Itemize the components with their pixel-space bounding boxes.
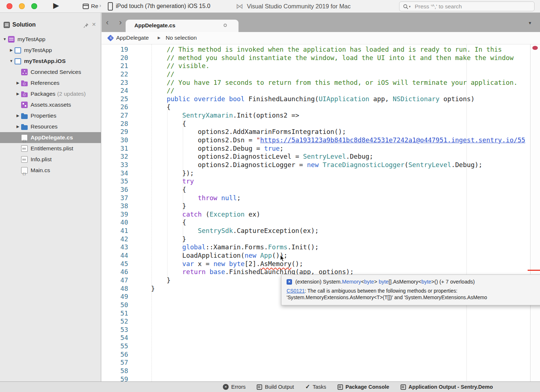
chevron-right-icon[interactable]: ▶ xyxy=(15,88,21,99)
code-line[interactable]: 54 xyxy=(102,334,530,342)
bottom-tab-errors[interactable]: ✕Errors xyxy=(223,384,245,390)
editor-scrollbar[interactable] xyxy=(530,44,540,381)
breadcrumb-selection[interactable]: No selection xyxy=(166,35,197,41)
code-text: options2.AddXamarinFormsIntegration(); xyxy=(135,128,346,136)
doc-icon xyxy=(257,384,262,390)
sidebar-item-connected-services[interactable]: Connected Services xyxy=(0,67,101,78)
code-line[interactable]: 42 } xyxy=(102,235,530,243)
code-line[interactable]: 31 options2.Debug = true; xyxy=(102,144,530,153)
code-line[interactable]: 56 xyxy=(102,351,530,359)
sidebar-item-info-plist[interactable]: Info.plist xyxy=(0,154,101,165)
code-line[interactable]: 26 { xyxy=(102,103,530,111)
code-line[interactable]: 27 SentryXamarin.Init(options2 => xyxy=(102,111,530,120)
code-line[interactable]: 29 options2.AddXamarinFormsIntegration()… xyxy=(102,128,530,136)
code-line[interactable]: 43 global::Xamarin.Forms.Forms.Init(); xyxy=(102,243,530,252)
code-line[interactable]: 36 { xyxy=(102,186,530,194)
line-number: 37 xyxy=(102,194,128,202)
close-icon[interactable]: ✕ xyxy=(92,21,96,27)
code-line[interactable]: 33 options2.DiagnosticLogger = new Trace… xyxy=(102,161,530,169)
line-number: 41 xyxy=(102,227,128,235)
sidebar-item-label: Info.plist xyxy=(31,154,52,165)
plist-icon xyxy=(21,145,28,152)
chevron-right-icon[interactable]: ▶ xyxy=(15,110,21,121)
code-line[interactable]: 51 xyxy=(102,309,530,318)
sidebar-item-packages[interactable]: ▶Packages(2 updates) xyxy=(0,88,101,99)
run-button[interactable]: ▶ xyxy=(53,1,59,10)
sidebar-item-label: Packages xyxy=(31,88,55,99)
configuration-selector[interactable]: Re xyxy=(91,3,98,9)
bottom-tab-package-console[interactable]: Package Console xyxy=(338,384,389,390)
code-line[interactable]: 30 options2.Dsn = "https://5a193123a9b84… xyxy=(102,136,530,144)
code-line[interactable]: 55 xyxy=(102,342,530,351)
sidebar-item-assets-xcassets[interactable]: Assets.xcassets xyxy=(0,99,101,110)
sidebar-item-mytestapp[interactable]: ▶myTestApp xyxy=(0,45,101,56)
device-selector[interactable]: iPod touch (7th generation) iOS 15.0 xyxy=(116,3,210,9)
tooltip-message: : The call is ambiguous between the foll… xyxy=(305,288,457,294)
code-line[interactable]: 24 // xyxy=(102,87,530,95)
code-line[interactable]: 28 { xyxy=(102,120,530,128)
sidebar-item-entitlements-plist[interactable]: Entitlements.plist xyxy=(0,143,101,154)
code-line[interactable]: 20 // method you should instantiate the … xyxy=(102,54,530,62)
bottom-tab-label: Build Output xyxy=(265,384,294,390)
code-line[interactable]: 41 SentrySdk.CaptureException(ex); xyxy=(102,227,530,235)
code-line[interactable]: 53 xyxy=(102,326,530,334)
chevron-down-icon[interactable]: ▼ xyxy=(1,34,8,45)
sidebar-item-appdelegate-cs[interactable]: AppDelegate.cs xyxy=(0,132,101,143)
breadcrumb-class[interactable]: AppDelegate xyxy=(116,35,149,41)
sln-icon xyxy=(8,36,15,43)
code-line[interactable]: 23 // You have 17 seconds to return from… xyxy=(102,79,530,87)
code-line[interactable]: 25 public override bool FinishedLaunchin… xyxy=(102,95,530,103)
chevron-right-icon[interactable]: ▶ xyxy=(8,45,15,56)
code-text: // You have 17 seconds to return from th… xyxy=(135,79,517,87)
code-text: { xyxy=(135,186,186,194)
error-position-marker[interactable] xyxy=(528,270,540,271)
code-line[interactable]: 37 throw null; xyxy=(102,194,530,202)
code-line[interactable]: 52 xyxy=(102,317,530,326)
code-line[interactable]: 59 xyxy=(102,375,530,381)
zoom-window-button[interactable] xyxy=(31,3,37,9)
sidebar-item-mytestapp[interactable]: ▼myTestApp xyxy=(0,34,101,45)
sidebar-item-references[interactable]: ▶References xyxy=(0,78,101,88)
code-line[interactable]: 35 try xyxy=(102,177,530,186)
code-line[interactable]: 40 { xyxy=(102,218,530,227)
code-line[interactable]: 22 // xyxy=(102,70,530,79)
sidebar-item-main-cs[interactable]: Main.cs xyxy=(0,165,101,176)
sidebar-item-properties[interactable]: ▶Properties xyxy=(0,110,101,121)
chevron-down-icon: ▾ xyxy=(409,5,411,8)
code-line[interactable]: 21 // visible. xyxy=(102,62,530,70)
code-line[interactable]: 45 var x = new byte[2].AsMemory(); xyxy=(102,260,530,268)
code-line[interactable]: 39 catch (Exception ex) xyxy=(102,210,530,219)
code-line[interactable]: 32 options2.DiagnosticLevel = SentryLeve… xyxy=(102,153,530,161)
code-line[interactable]: 57 xyxy=(102,359,530,367)
bottom-tab-tasks[interactable]: ✓Tasks xyxy=(305,384,326,390)
code-line[interactable]: 44 LoadApplication(new App()); xyxy=(102,252,530,260)
tab-list-dropdown[interactable]: ▼ xyxy=(528,21,532,25)
proj-icon xyxy=(15,47,21,54)
close-window-button[interactable] xyxy=(7,3,12,9)
line-number: 32 xyxy=(102,153,128,161)
search-input[interactable]: ▾ Press '^,' to search xyxy=(399,1,535,11)
code-line[interactable]: 19 // This method is invoked when the ap… xyxy=(102,45,530,54)
code-editor[interactable]: 19 // This method is invoked when the ap… xyxy=(102,44,530,381)
chevron-right-icon[interactable]: ▶ xyxy=(15,121,21,132)
pin-icon[interactable] xyxy=(83,22,89,28)
error-code-link[interactable]: CS0121 xyxy=(287,288,305,294)
tab-appdelegate[interactable]: AppDelegate.cs xyxy=(126,20,239,32)
code-line[interactable]: 34 }); xyxy=(102,169,530,178)
error-indicator-icon[interactable] xyxy=(532,46,538,50)
navigate-forward-button[interactable]: › xyxy=(119,18,122,27)
code-line[interactable]: 38 } xyxy=(102,202,530,210)
bottom-tab-build-output[interactable]: Build Output xyxy=(257,384,294,390)
chevron-down-icon[interactable]: ▼ xyxy=(8,56,15,67)
sidebar-item-mytestapp-ios[interactable]: ▼myTestApp.iOS xyxy=(0,56,101,67)
code-text: SentrySdk.CaptureException(ex); xyxy=(135,227,319,235)
sidebar-item-label: Resources xyxy=(31,121,58,132)
navigate-back-button[interactable]: ‹ xyxy=(106,18,109,27)
sidebar-item-resources[interactable]: ▶Resources xyxy=(0,121,101,132)
bottom-tab-label: Application Output - Sentry.Demo xyxy=(409,384,493,390)
code-line[interactable]: 58 xyxy=(102,367,530,375)
line-number: 21 xyxy=(102,62,128,70)
bottom-tab-application-output-sentry-demo[interactable]: Application Output - Sentry.Demo xyxy=(401,384,493,390)
minimize-window-button[interactable] xyxy=(19,3,25,9)
chevron-right-icon[interactable]: ▶ xyxy=(15,78,21,88)
